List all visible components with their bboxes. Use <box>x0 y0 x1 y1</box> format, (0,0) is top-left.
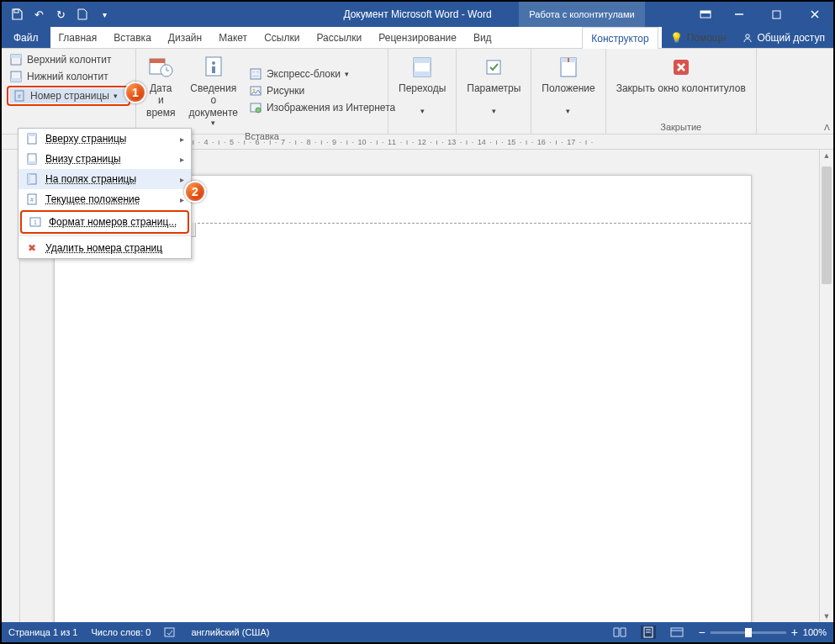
zoom-in-button[interactable]: + <box>791 626 798 639</box>
dd-remove-page-numbers[interactable]: ✖ Удалить номера страниц <box>18 238 191 258</box>
new-doc-icon[interactable] <box>76 8 89 21</box>
tab-home[interactable]: Главная <box>50 27 106 48</box>
zoom-slider-knob[interactable] <box>745 628 752 637</box>
close-icon <box>668 54 695 81</box>
maximize-button[interactable] <box>758 2 795 27</box>
dd-bottom-of-page[interactable]: Внизу страницы ▸ <box>18 149 191 169</box>
group-label-close: Закрытие <box>611 120 751 132</box>
status-page[interactable]: Страница 1 из 1 <box>8 627 77 637</box>
svg-rect-19 <box>252 71 255 73</box>
title-bar: ↶ ↻ ▾ Документ Microsoft Word - Word Раб… <box>2 2 833 27</box>
tab-view[interactable]: Вид <box>465 27 500 48</box>
svg-text:#: # <box>18 93 21 99</box>
svg-point-25 <box>256 108 261 113</box>
dd-format-page-numbers[interactable]: 1 Формат номеров страниц... <box>20 210 189 234</box>
position-icon <box>555 54 582 81</box>
tell-me[interactable]: 💡 Помощн <box>662 27 735 48</box>
tab-file[interactable]: Файл <box>2 27 50 48</box>
read-mode-icon[interactable] <box>612 626 627 639</box>
window-buttons <box>690 2 833 27</box>
svg-text:#: # <box>30 197 34 203</box>
zoom-out-button[interactable]: − <box>698 626 705 639</box>
pictures-icon <box>249 84 262 98</box>
footer-button[interactable]: Нижний колонтит <box>7 69 130 84</box>
goto-button[interactable]: Переходы▾ <box>394 52 451 120</box>
quick-parts-icon <box>249 67 262 81</box>
doc-info-button[interactable]: Сведения о документе▾ <box>183 52 243 129</box>
svg-rect-2 <box>700 11 711 13</box>
tab-designer[interactable]: Конструктор <box>582 27 658 49</box>
quick-parts-button[interactable]: Экспресс-блоки▾ <box>246 66 398 82</box>
close-button[interactable] <box>795 2 833 27</box>
svg-point-23 <box>253 89 256 92</box>
tab-mailings[interactable]: Рассылки <box>308 27 370 48</box>
svg-rect-28 <box>414 71 431 77</box>
chevron-right-icon: ▸ <box>180 135 184 144</box>
lightbulb-icon: 💡 <box>670 32 683 44</box>
svg-rect-48 <box>671 628 683 636</box>
svg-rect-37 <box>28 161 36 164</box>
callout-badge-2: 2 <box>184 181 206 203</box>
options-button[interactable]: Параметры▾ <box>462 52 526 120</box>
date-time-button[interactable]: Дата и время <box>141 52 180 129</box>
tab-insert[interactable]: Вставка <box>105 27 160 48</box>
svg-point-5 <box>746 34 749 37</box>
tab-layout[interactable]: Макет <box>210 27 256 48</box>
options-icon <box>480 54 507 81</box>
minimize-button[interactable] <box>720 2 758 27</box>
dd-current-position[interactable]: # Текущее положение ▸ <box>18 189 191 209</box>
status-language[interactable]: английский (США) <box>191 627 269 637</box>
svg-rect-9 <box>11 78 21 82</box>
spellcheck-icon[interactable] <box>164 626 177 638</box>
qat-customize-icon[interactable]: ▾ <box>98 8 111 21</box>
chevron-down-icon: ▾ <box>114 92 118 100</box>
svg-rect-39 <box>28 174 30 184</box>
svg-point-16 <box>212 61 215 65</box>
zoom-slider[interactable] <box>711 631 786 634</box>
svg-rect-18 <box>251 69 261 79</box>
header-icon <box>9 53 23 66</box>
tab-design[interactable]: Дизайн <box>160 27 210 48</box>
header-button[interactable]: Верхний колонтит <box>7 52 130 67</box>
redo-icon[interactable]: ↻ <box>54 8 67 21</box>
scrollbar-thumb[interactable] <box>822 166 832 284</box>
callout-badge-1: 1 <box>124 82 146 103</box>
save-icon[interactable] <box>10 8 24 21</box>
online-pictures-button[interactable]: Изображения из Интернета <box>246 100 398 115</box>
close-header-footer-button[interactable]: Закрыть окно колонтитулов <box>611 52 751 120</box>
contextual-tab-label: Работа с колонтитулами <box>519 2 645 27</box>
zoom-controls: − + 100% <box>698 626 827 639</box>
ribbon-options-icon[interactable] <box>690 2 720 27</box>
zoom-level[interactable]: 100% <box>803 627 827 637</box>
vertical-scrollbar[interactable]: ▲ ▼ <box>819 150 833 622</box>
group-position: Положение▾ <box>531 49 605 134</box>
status-bar: Страница 1 из 1 Число слов: 0 английский… <box>2 622 833 642</box>
group-options: Параметры▾ <box>457 49 531 134</box>
tab-references[interactable]: Ссылки <box>256 27 308 48</box>
status-word-count[interactable]: Число слов: 0 <box>91 627 151 637</box>
group-insert: Дата и время Сведения о документе▾ Экспр… <box>136 49 388 134</box>
footer-icon <box>9 70 23 83</box>
doc-info-icon <box>200 54 227 81</box>
dd-top-of-page[interactable]: Вверху страницы ▸ <box>18 129 191 149</box>
svg-rect-20 <box>256 71 259 73</box>
position-button[interactable]: Положение▾ <box>536 52 600 120</box>
dd-page-margins[interactable]: На полях страницы ▸ <box>18 169 191 189</box>
share-icon <box>743 33 753 43</box>
scroll-up-icon[interactable]: ▲ <box>820 151 833 160</box>
svg-rect-44 <box>165 628 174 636</box>
pictures-button[interactable]: Рисунки <box>246 83 398 98</box>
page-number-button[interactable]: # Номер страницы ▾ <box>7 86 130 106</box>
group-close: Закрыть окно колонтитулов Закрытие <box>606 49 757 134</box>
web-layout-icon[interactable] <box>669 626 684 639</box>
print-layout-icon[interactable] <box>641 626 656 639</box>
remove-numbers-icon: ✖ <box>25 241 39 255</box>
page-number-dropdown: Вверху страницы ▸ Внизу страницы ▸ На по… <box>18 128 192 259</box>
svg-rect-27 <box>414 58 431 63</box>
collapse-ribbon-icon[interactable]: ᐱ <box>824 123 830 132</box>
scroll-down-icon[interactable]: ▼ <box>820 612 833 620</box>
share-button[interactable]: Общий доступ <box>734 27 833 48</box>
undo-icon[interactable]: ↶ <box>32 8 45 21</box>
tab-review[interactable]: Рецензирование <box>370 27 465 48</box>
app-window: ↶ ↻ ▾ Документ Microsoft Word - Word Раб… <box>0 0 835 644</box>
